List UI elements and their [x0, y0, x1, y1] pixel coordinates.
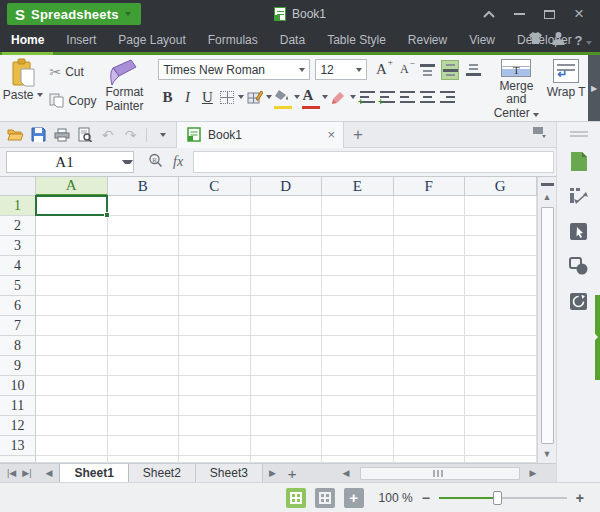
menu-tab-data[interactable]: Data [269, 28, 316, 52]
cell-E10[interactable] [322, 376, 394, 396]
row-header-4[interactable]: 4 [0, 256, 36, 276]
cell-partial-D[interactable] [251, 456, 323, 463]
cell-C9[interactable] [179, 356, 251, 376]
cell-A3[interactable] [36, 236, 108, 256]
account-button[interactable] [552, 31, 565, 49]
align-bottom-button[interactable] [464, 60, 482, 80]
cell-F9[interactable] [394, 356, 466, 376]
highlight-color-button[interactable] [330, 87, 348, 107]
cell-E1[interactable] [322, 196, 394, 216]
cell-F11[interactable] [394, 396, 466, 416]
app-menu-button[interactable]: S Spreadsheets [7, 3, 141, 25]
paste-button[interactable]: Paste [0, 55, 45, 121]
print-preview-button[interactable] [75, 125, 94, 144]
cell-F3[interactable] [394, 236, 466, 256]
cell-F2[interactable] [394, 216, 466, 236]
align-center-button[interactable] [418, 87, 436, 107]
cell-G12[interactable] [465, 416, 537, 436]
document-tab-book1[interactable]: Book1 × [176, 122, 344, 148]
scroll-up-icon[interactable]: ▲ [543, 192, 552, 202]
save-button[interactable] [29, 125, 48, 144]
cell-F7[interactable] [394, 316, 466, 336]
bold-button[interactable]: B [158, 87, 176, 107]
page-layout-view-button[interactable] [315, 488, 335, 508]
shapes-button[interactable] [568, 255, 590, 277]
cell-C5[interactable] [179, 276, 251, 296]
wrap-text-button[interactable]: ↵ Wrap T [544, 55, 588, 121]
cell-E2[interactable] [322, 216, 394, 236]
redo-button[interactable]: ↷ [121, 125, 140, 144]
row-header-5[interactable]: 5 [0, 276, 36, 296]
cell-F12[interactable] [394, 416, 466, 436]
cell-G5[interactable] [465, 276, 537, 296]
cell-D11[interactable] [251, 396, 323, 416]
increase-indent-button[interactable] [378, 87, 396, 107]
adjust-size-button[interactable] [568, 185, 590, 207]
close-button[interactable]: × [568, 4, 590, 24]
tab-list-button[interactable] [532, 126, 550, 144]
refresh-view-button[interactable] [568, 290, 590, 312]
customize-toolbar-button[interactable] [153, 125, 172, 144]
row-header-12[interactable]: 12 [0, 416, 36, 436]
column-header-C[interactable]: C [179, 177, 251, 196]
draw-border-caret-icon[interactable] [266, 95, 272, 99]
cell-G7[interactable] [465, 316, 537, 336]
fill-handle[interactable] [104, 212, 110, 218]
cell-G8[interactable] [465, 336, 537, 356]
cell-E6[interactable] [322, 296, 394, 316]
borders-button[interactable] [218, 87, 236, 107]
cell-D4[interactable] [251, 256, 323, 276]
row-header-10[interactable]: 10 [0, 376, 36, 396]
cell-B8[interactable] [108, 336, 180, 356]
cell-A2[interactable] [36, 216, 108, 236]
skin-button[interactable] [528, 31, 543, 49]
font-color-caret-icon[interactable] [322, 95, 328, 99]
cell-B5[interactable] [108, 276, 180, 296]
menu-tab-page-layout[interactable]: Page Layout [107, 28, 196, 52]
cell-A5[interactable] [36, 276, 108, 296]
horizontal-scrollbar[interactable]: ◀ ▶ [331, 464, 549, 482]
cell-D8[interactable] [251, 336, 323, 356]
cell-C4[interactable] [179, 256, 251, 276]
cell-F10[interactable] [394, 376, 466, 396]
row-header-2[interactable]: 2 [0, 216, 36, 236]
cell-G6[interactable] [465, 296, 537, 316]
underline-button[interactable]: U [198, 87, 216, 107]
row-header-13[interactable]: 13 [0, 436, 36, 456]
zoom-out-button[interactable]: − [422, 490, 430, 506]
print-button[interactable] [52, 125, 71, 144]
draw-border-button[interactable] [246, 87, 264, 107]
cell-C3[interactable] [179, 236, 251, 256]
cell-F1[interactable] [394, 196, 466, 216]
cell-B7[interactable] [108, 316, 180, 336]
italic-button[interactable]: I [178, 87, 196, 107]
cell-D7[interactable] [251, 316, 323, 336]
next-sheet-icon[interactable]: ▶ [263, 464, 282, 482]
menu-tab-formulas[interactable]: Formulas [197, 28, 269, 52]
sheet-tab-sheet1[interactable]: Sheet1 [59, 464, 128, 482]
cell-A1[interactable] [36, 196, 108, 216]
cell-E7[interactable] [322, 316, 394, 336]
align-left-button[interactable] [398, 87, 416, 107]
previous-sheet-icon[interactable]: ◀ [46, 468, 53, 478]
cell-G13[interactable] [465, 436, 537, 456]
cell-D6[interactable] [251, 296, 323, 316]
decrease-indent-button[interactable] [358, 87, 376, 107]
scroll-right-icon[interactable]: ▶ [524, 468, 543, 478]
minimize-button[interactable] [508, 4, 530, 24]
cell-D9[interactable] [251, 356, 323, 376]
name-box[interactable]: A1 [6, 151, 134, 173]
row-header-6[interactable]: 6 [0, 296, 36, 316]
column-header-B[interactable]: B [108, 177, 180, 196]
cell-G10[interactable] [465, 376, 537, 396]
cell-F5[interactable] [394, 276, 466, 296]
font-color-button[interactable]: A [302, 87, 320, 107]
search-function-button[interactable]: R [148, 153, 163, 172]
cell-partial-B[interactable] [108, 456, 180, 463]
cell-C13[interactable] [179, 436, 251, 456]
highlight-caret-icon[interactable] [350, 95, 356, 99]
zoom-in-button[interactable]: + [576, 490, 584, 506]
insert-function-button[interactable]: fx [173, 154, 183, 170]
cell-A12[interactable] [36, 416, 108, 436]
cell-B11[interactable] [108, 396, 180, 416]
